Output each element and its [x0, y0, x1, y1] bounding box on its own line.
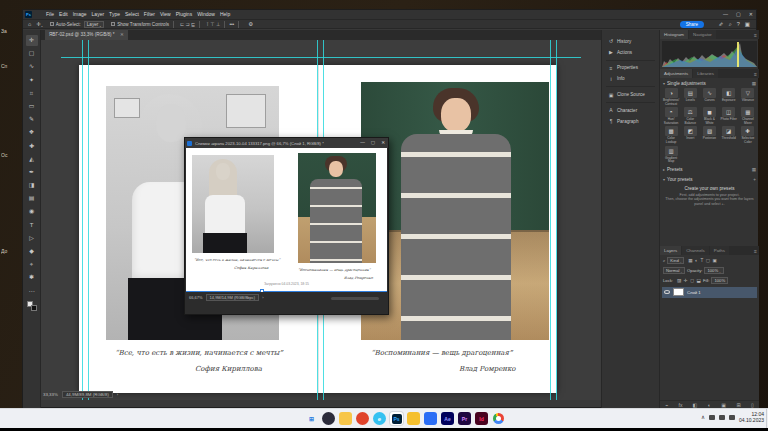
- file-explorer-icon[interactable]: [339, 412, 352, 425]
- zoom-level[interactable]: 33,33%: [43, 392, 58, 397]
- presets-header[interactable]: ▸ Presets ▦: [660, 164, 759, 174]
- auto-select-target-dropdown[interactable]: Layer ˯: [84, 21, 104, 28]
- search-icon[interactable]: ⌕: [729, 21, 732, 28]
- panel-menu-icon[interactable]: ≡: [754, 248, 757, 254]
- workspace-gear-icon[interactable]: ⚙: [248, 21, 253, 27]
- taskbar-clock[interactable]: 12:04 04.10.2023: [739, 411, 764, 423]
- guide-horizontal[interactable]: [61, 57, 581, 58]
- tool-zoom[interactable]: ✱: [26, 272, 38, 283]
- lock-transparency-icon[interactable]: ▨: [677, 278, 681, 283]
- start-button[interactable]: ⊞: [305, 412, 318, 425]
- float-maximize-button[interactable]: ▢: [371, 138, 375, 148]
- panel-history[interactable]: ↺History: [602, 36, 659, 47]
- layer-row[interactable]: Слой 1: [662, 287, 757, 298]
- tab-histogram[interactable]: Histogram: [660, 30, 688, 39]
- layer-filter-dropdown[interactable]: Kind ˯: [667, 257, 684, 264]
- volume-icon[interactable]: [719, 415, 725, 420]
- desktop-icon-label[interactable]: Сп: [1, 63, 17, 69]
- tool-brush[interactable]: ✚: [26, 141, 38, 152]
- after-effects-icon[interactable]: Ae: [441, 412, 454, 425]
- share-button[interactable]: Share: [680, 21, 704, 28]
- adj-channel-mixer[interactable]: ▦Channel Mixer: [739, 107, 757, 125]
- status-arrow-icon[interactable]: ›: [117, 392, 118, 397]
- panel-actions[interactable]: ▶Actions: [602, 47, 659, 58]
- home-icon[interactable]: ⌂: [28, 21, 31, 27]
- distribute-icons[interactable]: ⊺ ⊤ ⊥: [206, 21, 220, 27]
- tool-crop[interactable]: ⌗: [26, 88, 38, 99]
- blend-mode-dropdown[interactable]: Normal ˯: [663, 267, 685, 274]
- help-icon[interactable]: ?: [737, 21, 740, 28]
- floating-document-window[interactable]: Снимок экрана 2023-10-04 133317.png @ 66…: [184, 137, 389, 315]
- tab-close-icon[interactable]: ✕: [120, 32, 124, 37]
- doc-info-box[interactable]: 44,9M/89,8M (RGB/8): [62, 391, 113, 398]
- adj-brightness-contrast[interactable]: ◑Brightness/ Contrast: [662, 88, 680, 106]
- lock-icons[interactable]: ▨ ✛ ◻ ⬓: [677, 278, 701, 283]
- guide-vertical[interactable]: [88, 40, 89, 400]
- adj-selective-color[interactable]: ✚Selective Color: [739, 126, 757, 144]
- menu-view[interactable]: View: [160, 10, 171, 19]
- maximize-button[interactable]: ▢: [736, 10, 741, 19]
- layer-thumbnail[interactable]: [673, 288, 684, 296]
- adj-black-white[interactable]: ◼Black & White: [700, 107, 718, 125]
- adj-threshold[interactable]: ◪Threshold: [720, 126, 738, 144]
- tab-libraries[interactable]: Libraries: [693, 69, 718, 78]
- tool-move[interactable]: ✛: [26, 35, 38, 46]
- visibility-eye-icon[interactable]: [664, 290, 670, 294]
- premiere-pro-icon[interactable]: Pr: [458, 412, 471, 425]
- edge-icon[interactable]: e: [373, 412, 386, 425]
- filter-type-icon[interactable]: T: [700, 258, 703, 263]
- tool-eyedropper[interactable]: ✎: [26, 114, 38, 125]
- workspace-switcher-icon[interactable]: ▣: [745, 21, 750, 28]
- desktop-icon-label[interactable]: За: [1, 28, 17, 34]
- search-taskbar-icon[interactable]: [322, 412, 335, 425]
- opacity-dropdown[interactable]: 100% ˯: [704, 267, 723, 274]
- indesign-icon[interactable]: Id: [475, 412, 488, 425]
- tool-type[interactable]: T: [26, 220, 38, 231]
- bell-icon[interactable]: 🜸: [718, 21, 724, 28]
- blue-app-icon[interactable]: [424, 412, 437, 425]
- panel-menu-icon[interactable]: ≡: [754, 32, 757, 38]
- auto-select-checkbox[interactable]: [50, 22, 54, 26]
- adj-color-balance[interactable]: ⚖Color Balance: [681, 107, 699, 125]
- menu-plugins[interactable]: Plugins: [176, 10, 192, 19]
- notes-app-icon[interactable]: [407, 412, 420, 425]
- tool-path-select[interactable]: ▷: [26, 233, 38, 244]
- wifi-icon[interactable]: [709, 415, 715, 420]
- lock-pixels-icon[interactable]: ◻: [690, 278, 694, 283]
- menu-select[interactable]: Select: [125, 10, 139, 19]
- tab-paths[interactable]: Paths: [710, 246, 729, 255]
- floating-window-image[interactable]: “Все, что есть в жизни, начинается с меч…: [186, 148, 387, 291]
- guide-vertical[interactable]: [556, 40, 557, 400]
- floating-window-titlebar[interactable]: Снимок экрана 2023-10-04 133317.png @ 66…: [185, 138, 388, 148]
- horizontal-scrollbar[interactable]: [331, 297, 379, 300]
- menu-filter[interactable]: Filter: [144, 10, 155, 19]
- adj-levels[interactable]: ▤Levels: [681, 88, 699, 106]
- move-tool-icon[interactable]: ✛˯: [36, 21, 42, 27]
- desktop-icon-label[interactable]: До: [1, 248, 17, 254]
- guide-vertical[interactable]: [550, 40, 551, 400]
- close-button[interactable]: ✕: [749, 10, 753, 19]
- tool-healing[interactable]: ❖: [26, 127, 38, 138]
- chrome-icon[interactable]: [492, 412, 505, 425]
- desktop-icon-label[interactable]: Ос: [1, 152, 17, 158]
- fill-dropdown[interactable]: 100%: [711, 277, 728, 284]
- float-doc-info[interactable]: 14,9M/14,9M (RGB/8bpc): [206, 294, 260, 301]
- tab-channels[interactable]: Channels: [682, 246, 709, 255]
- tab-adjustments[interactable]: Adjustments: [660, 69, 692, 78]
- filter-pixel-icon[interactable]: ▦: [688, 258, 692, 263]
- float-zoom-level[interactable]: 66,67%: [189, 295, 203, 300]
- lock-all-icon[interactable]: ⬓: [697, 278, 701, 283]
- tab-navigator[interactable]: Navigator: [689, 30, 716, 39]
- document-tab[interactable]: ЯВГ-02.psd @ 33,3% (RGB/8) * ✕: [45, 30, 128, 40]
- adj-hue-saturation[interactable]: ◓Hue/ Saturation: [662, 107, 680, 125]
- adj-color-lookup[interactable]: ▩Color Lookup: [662, 126, 680, 144]
- menu-layer[interactable]: Layer: [92, 10, 105, 19]
- panel-menu-icon[interactable]: ≡: [754, 71, 757, 77]
- tool-marquee[interactable]: ▢: [26, 48, 38, 59]
- your-presets-header[interactable]: ▾ Your presets +: [660, 174, 759, 184]
- tray-chevron-icon[interactable]: ∧: [701, 414, 705, 420]
- menu-image[interactable]: Image: [73, 10, 87, 19]
- adj-vibrance[interactable]: ▽Vibrance: [739, 88, 757, 106]
- tool-quick-select[interactable]: ✦: [26, 75, 38, 86]
- tool-frame[interactable]: ▭: [26, 101, 38, 112]
